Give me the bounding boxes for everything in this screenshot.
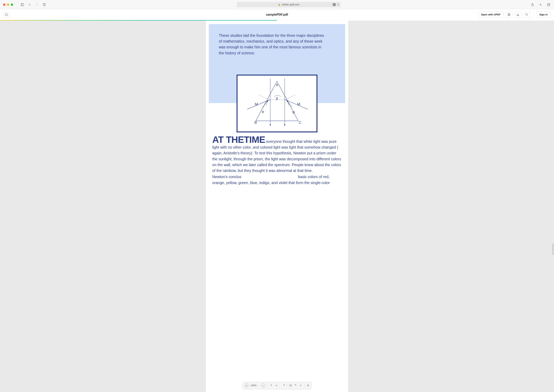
svg-marker-16 bbox=[256, 81, 298, 121]
reload-icon[interactable]: ↻ bbox=[337, 3, 339, 6]
download-button[interactable] bbox=[515, 11, 521, 18]
body-section: AT THETIME everyone thought that white l… bbox=[206, 126, 348, 186]
svg-rect-13 bbox=[517, 15, 519, 16]
label-m-right: M bbox=[297, 102, 300, 106]
address-bar[interactable]: 🔒 online.updf.com 🅰 ↻ bbox=[237, 2, 341, 7]
prism-diagram: A M M B C β θ φ bbox=[236, 75, 318, 133]
svg-line-15 bbox=[527, 15, 528, 16]
dropcap-heading: AT THETIME bbox=[212, 134, 265, 145]
next-page-button[interactable] bbox=[294, 384, 297, 387]
close-toolbar-button[interactable]: ✕ bbox=[307, 384, 309, 387]
first-page-button[interactable] bbox=[270, 384, 273, 387]
scrollbar[interactable] bbox=[552, 243, 554, 255]
label-c: C bbox=[299, 120, 301, 125]
translate-icon[interactable]: 🅰 bbox=[333, 3, 336, 6]
svg-point-14 bbox=[526, 14, 527, 15]
sign-in-button[interactable]: Sign in bbox=[536, 11, 551, 18]
zoom-level: 140% bbox=[250, 384, 256, 387]
page: These studies laid the foundation for th… bbox=[206, 21, 348, 392]
share-icon[interactable] bbox=[530, 2, 535, 7]
separator: | bbox=[304, 384, 305, 387]
document-viewport[interactable]: These studies laid the foundation for th… bbox=[0, 21, 554, 392]
body-text-1: everyone thought that white light was pu… bbox=[212, 139, 341, 173]
browser-chrome: 🔒 online.updf.com 🅰 ↻ bbox=[0, 0, 554, 9]
window-controls bbox=[3, 3, 13, 6]
zoom-page-toolbar: + 140% - − | / 10 | ✕ bbox=[242, 382, 311, 389]
svg-line-23 bbox=[284, 95, 295, 100]
tabs-icon[interactable] bbox=[546, 2, 551, 7]
label-b: B bbox=[255, 120, 257, 125]
app-header: samplePDF.pdf Open with UPDF Sign in bbox=[0, 9, 554, 20]
svg-rect-0 bbox=[21, 3, 24, 6]
body-text-2a: Newton's conclus bbox=[212, 175, 241, 179]
label-a: A bbox=[276, 83, 278, 87]
label-beta: β bbox=[276, 96, 278, 100]
back-button[interactable] bbox=[27, 2, 32, 7]
zoom-in-button[interactable]: + bbox=[245, 384, 249, 387]
forward-button[interactable] bbox=[35, 2, 39, 7]
panel-toggle-button[interactable] bbox=[3, 12, 10, 18]
maximize-window-button[interactable] bbox=[11, 3, 13, 6]
separator: | bbox=[267, 384, 268, 387]
sidebar-icon[interactable] bbox=[20, 2, 25, 7]
open-with-updf-button[interactable]: Open with UPDF bbox=[478, 11, 504, 18]
page-input[interactable] bbox=[280, 384, 285, 387]
page-total: 10 bbox=[289, 384, 292, 387]
document-title: samplePDF.pdf bbox=[266, 13, 288, 16]
label-phi: φ bbox=[292, 110, 295, 114]
zoom-out-button[interactable]: − bbox=[261, 384, 265, 387]
svg-rect-6 bbox=[548, 3, 550, 5]
label-m-left: M bbox=[255, 102, 258, 106]
svg-rect-8 bbox=[5, 14, 8, 16]
page-sep: / bbox=[287, 384, 287, 387]
new-tab-icon[interactable] bbox=[538, 2, 543, 7]
callout-text: These studies laid the foundation for th… bbox=[219, 33, 327, 56]
privacy-shield-icon[interactable] bbox=[42, 2, 47, 7]
svg-line-22 bbox=[259, 95, 271, 100]
minimize-window-button[interactable] bbox=[7, 3, 9, 6]
divider bbox=[533, 13, 533, 17]
svg-rect-7 bbox=[547, 4, 549, 6]
print-button[interactable] bbox=[506, 11, 512, 18]
prev-page-button[interactable] bbox=[275, 384, 278, 387]
last-page-button[interactable] bbox=[299, 384, 302, 387]
url-text: online.updf.com bbox=[282, 3, 299, 6]
close-window-button[interactable] bbox=[3, 3, 5, 6]
label-theta: θ bbox=[262, 110, 264, 114]
zoom-sep: - bbox=[258, 384, 259, 387]
lock-icon: 🔒 bbox=[278, 3, 281, 6]
search-button[interactable] bbox=[524, 11, 530, 18]
